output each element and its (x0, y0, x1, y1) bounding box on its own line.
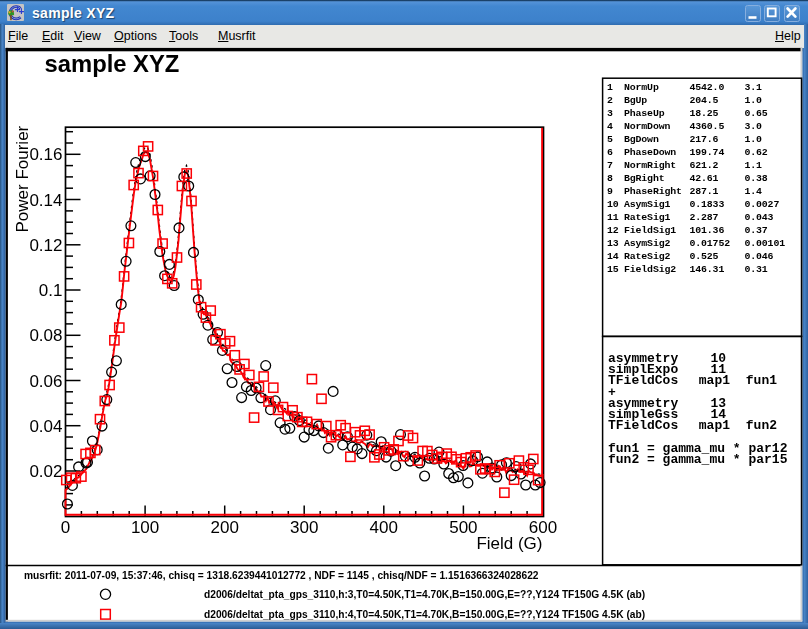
svg-text:Power Fourier: Power Fourier (13, 125, 32, 232)
svg-text:10AsymSig10.18330.0027: 10AsymSig10.18330.0027 (607, 199, 779, 210)
svg-text:Field (G): Field (G) (476, 534, 542, 553)
svg-text:d2006/deltat_pta_gps_3110,h:3,: d2006/deltat_pta_gps_3110,h:3,T0=4.50K,T… (204, 589, 645, 600)
svg-text:400: 400 (370, 518, 398, 537)
svg-text:0: 0 (61, 518, 70, 537)
svg-text:0.08: 0.08 (29, 326, 62, 345)
svg-text:14RateSig20.5250.046: 14RateSig20.5250.046 (607, 251, 774, 262)
svg-text:d2006/deltat_pta_gps_3110,h:4,: d2006/deltat_pta_gps_3110,h:4,T0=4.50K,T… (204, 609, 645, 620)
svg-text:0.1: 0.1 (39, 281, 63, 300)
svg-text:300: 300 (290, 518, 318, 537)
svg-text:13AsymSig20.017520.00101: 13AsymSig20.017520.00101 (607, 238, 785, 249)
svg-text:0.12: 0.12 (29, 236, 62, 255)
svg-text:sample XYZ: sample XYZ (45, 50, 180, 77)
svg-text:200: 200 (211, 518, 239, 537)
svg-text:musrfit: 2011-07-09, 15:37:46,: musrfit: 2011-07-09, 15:37:46, chisq = 1… (24, 570, 539, 581)
svg-text:0.16: 0.16 (29, 145, 62, 164)
svg-text:0.06: 0.06 (29, 372, 62, 391)
svg-text:+: + (15, 4, 21, 15)
svg-text:100: 100 (131, 518, 159, 537)
svg-text:0.04: 0.04 (29, 417, 62, 436)
svg-text:fun2 = gamma_mu * par15: fun2 = gamma_mu * par15 (608, 452, 788, 467)
svg-text:500: 500 (449, 518, 477, 537)
svg-text:11RateSig12.2870.043: 11RateSig12.2870.043 (607, 212, 774, 223)
svg-text:0.14: 0.14 (29, 191, 62, 210)
svg-text:0.02: 0.02 (29, 462, 62, 481)
